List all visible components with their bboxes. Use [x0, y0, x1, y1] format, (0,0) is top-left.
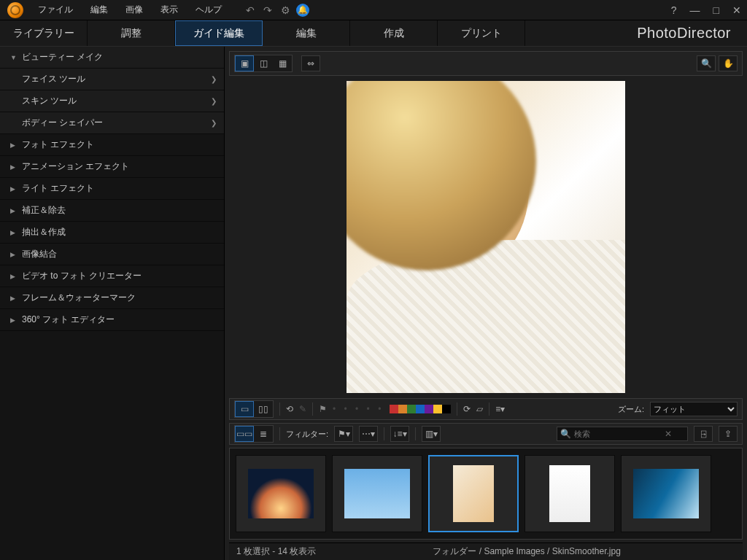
app-logo: [7, 2, 23, 18]
sidebar-video-to-photo[interactable]: ▶ビデオ to フォト クリエーター: [0, 265, 224, 287]
thumb-5[interactable]: [621, 455, 711, 532]
zoom-select[interactable]: フィット: [650, 402, 738, 416]
crop-icon[interactable]: ✎: [299, 404, 306, 414]
sort-icon[interactable]: ≡▾: [495, 404, 505, 414]
stack-icon[interactable]: ▥▾: [422, 426, 441, 442]
thumb-3-selected[interactable]: [428, 455, 519, 532]
filter-label: フィルター:: [286, 429, 328, 440]
close-icon[interactable]: ✕: [729, 3, 744, 18]
search-box[interactable]: 🔍 ✕: [557, 427, 688, 441]
thumb-view-icon[interactable]: ▭▭: [235, 426, 254, 442]
sidebar-face-tools[interactable]: フェイス ツール❯: [0, 69, 224, 90]
tab-create[interactable]: 作成: [350, 20, 438, 46]
compare-before-icon[interactable]: ▭: [235, 401, 254, 417]
chevron-right-icon: ❯: [211, 119, 217, 127]
sidebar-frame[interactable]: ▶フレーム＆ウォーターマーク: [0, 287, 224, 309]
sidebar-photo-effect[interactable]: ▶フォト エフェクト: [0, 134, 224, 156]
tab-edit[interactable]: 編集: [263, 20, 350, 46]
thumb-1[interactable]: [236, 455, 326, 532]
rating-toolbar: ▭ ▯▯ ⟲ ✎ ⚑ • • • • • ⟳ ▱ ≡▾ ズーム: フィット: [229, 398, 743, 420]
view-single-icon[interactable]: ▣: [235, 55, 254, 71]
menu-bar: ファイル 編集 画像 表示 ヘルプ: [31, 1, 229, 18]
filmstrip[interactable]: [229, 448, 743, 540]
sidebar-skin-tools[interactable]: スキン ツール❯: [0, 90, 224, 112]
tab-library[interactable]: ライブラリー: [0, 20, 88, 46]
color-swatch[interactable]: [390, 405, 398, 413]
thumb-2[interactable]: [332, 455, 422, 532]
browser-toolbar: ▭▭ ≣ フィルター: ⚑▾ ⋯▾ ↓≡▾ ▥▾ 🔍 ✕ ⍈ ⇪: [229, 423, 743, 445]
sidebar-body-shaper[interactable]: ボディー シェイパー❯: [0, 112, 224, 134]
sidebar-light-effect[interactable]: ▶ライト エフェクト: [0, 178, 224, 200]
search-input[interactable]: [574, 429, 662, 438]
pan-tool-icon[interactable]: ✋: [719, 55, 738, 71]
chevron-right-icon: ▶: [10, 295, 18, 302]
color-swatch[interactable]: [433, 405, 442, 413]
thumb-4[interactable]: [525, 455, 615, 532]
chevron-right-icon: ▶: [10, 163, 18, 171]
flip-icon[interactable]: ▱: [476, 404, 483, 414]
menu-view[interactable]: 表示: [153, 1, 185, 18]
canvas[interactable]: [229, 79, 743, 395]
menu-help[interactable]: ヘルプ: [188, 1, 229, 18]
menu-image[interactable]: 画像: [118, 1, 150, 18]
chevron-right-icon: ▶: [10, 207, 18, 214]
zoom-label: ズーム:: [618, 404, 644, 415]
color-swatch[interactable]: [416, 405, 425, 413]
status-path: フォルダー / Sample Images / SkinSmoother.jpg: [433, 545, 620, 558]
help-icon[interactable]: ?: [668, 3, 680, 18]
sort-order-icon[interactable]: ↓≡▾: [390, 426, 409, 442]
brand-text: PhotoDirector: [621, 20, 747, 46]
sidebar-beauty[interactable]: ▼ ビューティー メイク: [0, 47, 224, 69]
tab-adjust[interactable]: 調整: [88, 20, 175, 46]
sidebar-correct[interactable]: ▶補正＆除去: [0, 200, 224, 222]
color-labels[interactable]: [390, 405, 451, 413]
filter-more-icon[interactable]: ⋯▾: [359, 426, 378, 442]
tab-print[interactable]: プリント: [438, 20, 525, 46]
sidebar-animation-effect[interactable]: ▶アニメーション エフェクト: [0, 156, 224, 178]
mode-tabbar: ライブラリー 調整 ガイド編集 編集 作成 プリント PhotoDirector: [0, 20, 747, 47]
clear-search-icon[interactable]: ✕: [665, 429, 672, 439]
color-swatch[interactable]: [442, 405, 451, 413]
maximize-icon[interactable]: □: [711, 3, 722, 18]
chevron-right-icon: ▶: [10, 273, 18, 280]
sidebar-label: ビューティー メイク: [22, 51, 103, 63]
flag-icon[interactable]: ⚑: [319, 404, 327, 414]
rotate-cw-icon[interactable]: ⟳: [463, 404, 471, 414]
compare-after-icon[interactable]: ▯▯: [254, 401, 273, 417]
chevron-right-icon: ▶: [10, 229, 18, 236]
selection-count: 1 枚選択 - 14 枚表示: [236, 545, 316, 558]
color-swatch[interactable]: [407, 405, 416, 413]
share-icon[interactable]: ⇪: [719, 426, 738, 442]
preview-image: [347, 81, 625, 393]
filter-flag-icon[interactable]: ⚑▾: [334, 426, 353, 442]
chevron-right-icon: ▶: [10, 316, 18, 324]
rating-dots[interactable]: • • • • •: [333, 404, 384, 414]
minimize-icon[interactable]: —: [687, 3, 703, 18]
chevron-right-icon: ❯: [211, 97, 217, 105]
list-view-icon[interactable]: ≣: [254, 426, 273, 442]
color-swatch[interactable]: [398, 405, 407, 413]
viewer-toolbar: ▣ ◫ ▦ ⇔ 🔍 ✋: [229, 51, 743, 76]
sidebar-extract[interactable]: ▶抽出＆作成: [0, 222, 224, 244]
tab-guided[interactable]: ガイド編集: [175, 20, 263, 46]
view-split-icon[interactable]: ◫: [254, 55, 273, 71]
mirror-icon[interactable]: ⇔: [301, 55, 320, 71]
zoom-tool-icon[interactable]: 🔍: [697, 55, 716, 71]
sidebar-merge[interactable]: ▶画像結合: [0, 244, 224, 265]
undo-icon[interactable]: ↶: [244, 4, 257, 17]
menu-edit[interactable]: 編集: [83, 1, 115, 18]
bell-icon[interactable]: 🔔: [296, 4, 309, 17]
gear-icon[interactable]: ⚙: [279, 4, 292, 17]
color-swatch[interactable]: [425, 405, 433, 413]
sidebar: ▼ ビューティー メイク フェイス ツール❯ スキン ツール❯ ボディー シェイ…: [0, 47, 225, 560]
chevron-right-icon: ❯: [211, 75, 217, 83]
chevron-down-icon: ▼: [10, 54, 18, 61]
rotate-left-icon[interactable]: ⟲: [286, 404, 293, 414]
menu-file[interactable]: ファイル: [31, 1, 80, 18]
view-grid-icon[interactable]: ▦: [273, 55, 292, 71]
search-icon: 🔍: [560, 429, 571, 439]
sidebar-360[interactable]: ▶360° フォト エディター: [0, 309, 224, 331]
chevron-right-icon: ▶: [10, 251, 18, 258]
redo-icon[interactable]: ↷: [261, 4, 274, 17]
export-icon[interactable]: ⍈: [694, 426, 713, 442]
